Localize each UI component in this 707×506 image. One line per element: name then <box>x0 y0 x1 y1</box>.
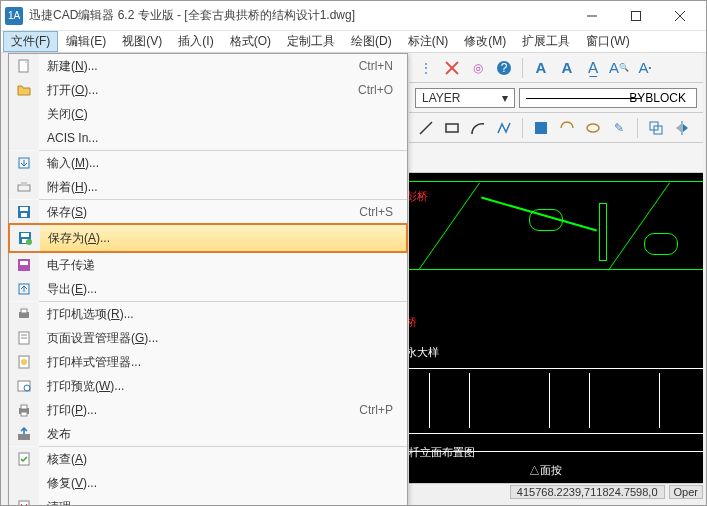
marker-icon[interactable]: ◎ <box>467 57 489 79</box>
file-menu-item[interactable]: 打印(P)...Ctrl+P <box>9 398 407 422</box>
file-menu-item[interactable]: 核查(A) <box>9 447 407 471</box>
text-style-icon[interactable]: A• <box>634 57 656 79</box>
text-find-icon[interactable]: A🔍 <box>608 57 630 79</box>
toolbar-grip-icon[interactable]: ⋮ <box>415 57 437 79</box>
svg-point-28 <box>26 239 32 245</box>
menu-item-shortcut: Ctrl+P <box>359 403 407 417</box>
menu-item-label: 打印预览(W)... <box>39 378 407 395</box>
svg-rect-1 <box>632 11 641 20</box>
file-menu-item[interactable]: 附着(H)... <box>9 175 407 199</box>
menu-file[interactable]: 文件(F) <box>3 31 58 52</box>
file-menu-item[interactable]: 保存(S)Ctrl+S <box>9 200 407 224</box>
file-menu-item[interactable]: ACIS In... <box>9 126 407 150</box>
file-menu-item[interactable]: 新建(N)...Ctrl+N <box>9 54 407 78</box>
file-menu-dropdown: 新建(N)...Ctrl+N打开(O)...Ctrl+O关闭(C)ACIS In… <box>8 53 408 506</box>
svg-marker-15 <box>676 124 681 132</box>
menu-item-label: 保存为(A)... <box>40 230 406 247</box>
mirror-tool-icon[interactable] <box>671 117 693 139</box>
cad-label-red-1: 彭桥 <box>409 189 428 204</box>
file-menu-item[interactable]: 输入(M)... <box>9 151 407 175</box>
arc2-tool-icon[interactable] <box>556 117 578 139</box>
line-tool-icon[interactable] <box>415 117 437 139</box>
menu-item-label: 打印样式管理器... <box>39 354 407 371</box>
menu-custom[interactable]: 定制工具 <box>279 31 343 52</box>
etrans-icon <box>9 253 39 277</box>
menu-item-label: 打开(O)... <box>39 82 358 99</box>
svg-rect-24 <box>21 213 27 217</box>
window-title: 迅捷CAD编辑器 6.2 专业版 - [全套古典拱桥的结构设计1.dwg] <box>29 7 570 24</box>
toolbars: ⋮ ◎ ? A A A̲ A🔍 A• LAYER ▾ BYBLOCK ✎ <box>409 53 703 173</box>
text-edit-icon[interactable]: A̲ <box>582 57 604 79</box>
delete-icon[interactable] <box>441 57 463 79</box>
menu-format[interactable]: 格式(O) <box>222 31 279 52</box>
maximize-button[interactable] <box>614 2 658 30</box>
cad-label-red-2: 桥 <box>409 315 417 330</box>
menu-annot[interactable]: 标注(N) <box>400 31 457 52</box>
saveas-icon <box>10 225 40 251</box>
printopt-icon <box>9 302 39 326</box>
file-menu-item[interactable]: 修复(V)... <box>9 471 407 495</box>
file-menu-item[interactable]: 电子传递 <box>9 253 407 277</box>
file-menu-item[interactable]: 页面设置管理器(G)... <box>9 326 407 350</box>
publish-icon <box>9 422 39 446</box>
text-a-icon[interactable]: A <box>530 57 552 79</box>
file-menu-item[interactable]: 打开(O)...Ctrl+O <box>9 78 407 102</box>
layer-selector[interactable]: LAYER ▾ <box>415 88 515 108</box>
file-menu-item[interactable]: 保存为(A)... <box>8 223 408 253</box>
arc-tool-icon[interactable] <box>467 117 489 139</box>
pagesetup-icon <box>9 326 39 350</box>
blank-icon <box>9 126 39 150</box>
svg-rect-23 <box>20 207 28 211</box>
svg-rect-26 <box>21 233 29 237</box>
file-menu-item[interactable]: 打印样式管理器... <box>9 350 407 374</box>
preview-icon <box>9 374 39 398</box>
close-button[interactable] <box>658 2 702 30</box>
menu-edit[interactable]: 编辑(E) <box>58 31 114 52</box>
menu-item-label: 保存(S) <box>39 204 359 221</box>
file-menu-item[interactable]: 关闭(C) <box>9 102 407 126</box>
menu-item-label: 核查(A) <box>39 451 407 468</box>
minimize-button[interactable] <box>570 2 614 30</box>
linetype-selector[interactable]: BYBLOCK <box>519 88 697 108</box>
cad-label-white-2: 杄立面布置图 <box>409 445 475 460</box>
menu-insert[interactable]: 插入(I) <box>170 31 221 52</box>
menu-item-label: 清理... <box>39 499 407 507</box>
file-menu-item[interactable]: 清理... <box>9 495 407 506</box>
status-bar: 415768.2239,711824.7598,0 Oper <box>409 483 703 499</box>
menu-item-label: ACIS In... <box>39 131 407 145</box>
menu-ext[interactable]: 扩展工具 <box>514 31 578 52</box>
copy-tool-icon[interactable] <box>645 117 667 139</box>
menu-item-label: 关闭(C) <box>39 106 407 123</box>
attach-icon <box>9 175 39 199</box>
file-menu-item[interactable]: 发布 <box>9 422 407 446</box>
menu-modify[interactable]: 修改(M) <box>456 31 514 52</box>
ellipse-tool-icon[interactable] <box>582 117 604 139</box>
menu-item-shortcut: Ctrl+N <box>359 59 407 73</box>
hatch-tool-icon[interactable] <box>530 117 552 139</box>
menu-view[interactable]: 视图(V) <box>114 31 170 52</box>
svg-rect-21 <box>21 182 27 186</box>
help-icon[interactable]: ? <box>493 57 515 79</box>
file-menu-item[interactable]: 打印预览(W)... <box>9 374 407 398</box>
open-button-fragment[interactable]: Oper <box>669 485 703 499</box>
text-a2-icon[interactable]: A <box>556 57 578 79</box>
menu-draw[interactable]: 绘图(D) <box>343 31 400 52</box>
menu-window[interactable]: 窗口(W) <box>578 31 637 52</box>
polyline-tool-icon[interactable] <box>493 117 515 139</box>
menu-item-label: 修复(V)... <box>39 475 407 492</box>
svg-point-11 <box>587 124 599 132</box>
menu-item-label: 电子传递 <box>39 257 407 274</box>
linetype-label: BYBLOCK <box>629 91 686 105</box>
menu-item-label: 输入(M)... <box>39 155 407 172</box>
edit-tool-icon[interactable]: ✎ <box>608 117 630 139</box>
purge-icon <box>9 495 39 506</box>
cad-viewport[interactable]: 彭桥 桥 永大样 杄立面布置图 △面按 <box>409 173 703 483</box>
svg-rect-9 <box>446 124 458 132</box>
menu-item-label: 新建(N)... <box>39 58 359 75</box>
svg-line-8 <box>420 122 432 134</box>
file-menu-item[interactable]: 导出(E)... <box>9 277 407 301</box>
rect-tool-icon[interactable] <box>441 117 463 139</box>
menu-bar: 文件(F) 编辑(E) 视图(V) 插入(I) 格式(O) 定制工具 绘图(D)… <box>1 31 706 53</box>
svg-rect-33 <box>21 309 27 313</box>
file-menu-item[interactable]: 打印机选项(R)... <box>9 302 407 326</box>
